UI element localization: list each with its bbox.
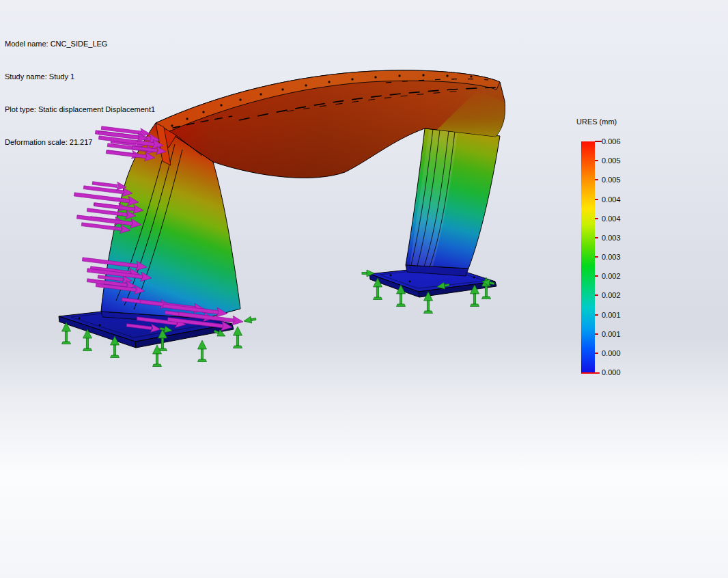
legend-tick xyxy=(595,141,602,142)
legend-tick-label: 0.001 xyxy=(602,311,636,319)
legend-tick xyxy=(595,218,598,219)
plot-annotation: Model name: CNC_SIDE_LEG Study name: Stu… xyxy=(5,16,155,169)
legend-tick-label: 0.002 xyxy=(602,291,636,299)
legend-tick xyxy=(595,199,598,200)
legend-tick xyxy=(595,275,598,277)
model-name-line: Model name: CNC_SIDE_LEG xyxy=(5,38,155,49)
legend-tick xyxy=(595,353,598,354)
legend-tick xyxy=(595,160,598,161)
legend-tick-label: 0.002 xyxy=(602,272,636,280)
legend-tick xyxy=(595,314,598,316)
legend-tick xyxy=(595,333,598,335)
legend-tick-label: 0.004 xyxy=(602,215,636,223)
legend-tick xyxy=(595,294,598,296)
legend-tick-label: 0.005 xyxy=(602,176,636,184)
plot-type-line: Plot type: Static displacement Displacem… xyxy=(5,104,155,115)
legend-tick-label: 0.005 xyxy=(602,156,636,165)
deformation-scale-line: Deformation scale: 21.217 xyxy=(5,137,155,148)
study-name-line: Study name: Study 1 xyxy=(5,71,155,82)
legend-tick-label: 0.006 xyxy=(602,137,636,146)
graphics-area[interactable]: Model name: CNC_SIDE_LEG Study name: Stu… xyxy=(0,0,728,578)
legend-tick-label: 0.000 xyxy=(602,349,636,357)
legend-tick-label: 0.001 xyxy=(602,330,636,338)
result-legend[interactable]: URES (mm) 0.006 0.005 0.005 0.004 0.004 … xyxy=(581,141,677,377)
legend-tick-label: 0.000 xyxy=(602,368,636,376)
legend-title: URES (mm) xyxy=(576,118,617,126)
right-leg[interactable] xyxy=(406,128,500,269)
legend-tick-label: 0.004 xyxy=(602,195,636,204)
legend-tick xyxy=(595,237,598,238)
legend-colorbar xyxy=(581,141,595,372)
legend-tick-label: 0.003 xyxy=(602,253,636,261)
legend-tick-label: 0.003 xyxy=(602,234,636,242)
legend-tick xyxy=(595,256,598,258)
legend-min-line xyxy=(581,372,600,374)
legend-tick xyxy=(595,179,598,180)
